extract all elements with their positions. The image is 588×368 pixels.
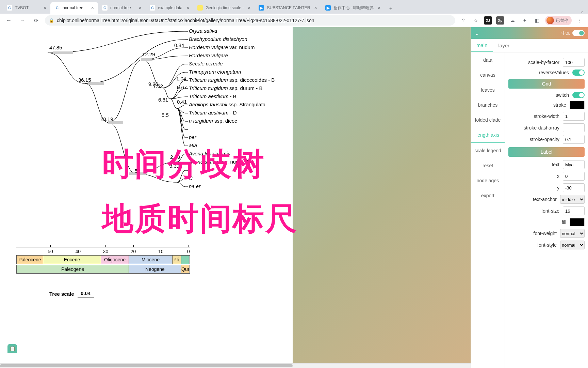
axis-tick-label: 30	[103, 249, 109, 254]
tab-list-icon[interactable]: ⌄	[580, 8, 584, 14]
panel-subnav: datacanvasleavesbranchesfolded cladeleng…	[471, 52, 505, 368]
subnav-data[interactable]: data	[471, 52, 505, 67]
grid-stroke-color[interactable]	[570, 101, 585, 109]
grid-stroke-width-input[interactable]	[563, 112, 585, 121]
horizontal-scrollbar[interactable]	[0, 363, 471, 368]
species-label: na er	[189, 183, 201, 189]
url-input[interactable]: 🔒 chiplot.online/normalTree.html?origina…	[45, 15, 455, 26]
font-size-input[interactable]	[563, 206, 585, 215]
side-panel: ⌄ 中文 main layer datacanvasleavesbranches…	[471, 27, 588, 368]
species-label: Avena longiglumis	[189, 151, 230, 156]
epoch-cell	[181, 256, 189, 264]
subnav-canvas[interactable]: canvas	[471, 67, 505, 82]
browser-tab[interactable]: ▶创作中心 - 哔哩哔哩弹×	[321, 2, 385, 14]
subnav-scale-legend[interactable]: scale legend	[471, 143, 505, 158]
browser-tab[interactable]: Cnormal tree×	[50, 2, 98, 14]
bookmark-icon[interactable]: ☆	[472, 16, 480, 25]
axis-tick	[161, 245, 161, 247]
close-icon[interactable]: ×	[44, 5, 46, 11]
reload-button[interactable]: ⟳	[31, 16, 41, 25]
close-icon[interactable]: ×	[139, 5, 142, 11]
node-age-label: 3.39	[169, 163, 179, 169]
reverse-values-toggle[interactable]	[572, 70, 585, 76]
bottom-left-tab[interactable]: 📋	[7, 344, 17, 353]
reverse-values-label: reverseValues	[539, 70, 569, 75]
node-age-label: 0.41	[177, 99, 187, 105]
label-text-label: text	[552, 162, 559, 167]
period-cell: Neogene	[129, 265, 181, 273]
phylo-tree: 47.8536.1528.1912.299.207.626.615.52.833…	[0, 27, 306, 245]
scale-by-factor-input[interactable]	[563, 58, 585, 67]
profile-button[interactable]: 已暂停	[545, 16, 572, 25]
node-age-label: 7.62	[153, 83, 163, 89]
lang-toggle[interactable]	[572, 30, 585, 36]
font-style-label: font-style	[537, 242, 557, 248]
grid-switch-label: switch	[556, 92, 569, 98]
close-icon[interactable]: ×	[248, 5, 250, 11]
address-bar: ← → ⟳ 🔒 chiplot.online/normalTree.html?o…	[0, 14, 588, 27]
grid-opacity-input[interactable]	[563, 135, 585, 144]
extension-icon-1[interactable]: XJ	[484, 16, 492, 25]
epoch-cell: Pli.	[173, 256, 181, 264]
axis-tick	[133, 245, 134, 247]
subnav-length-axis[interactable]: length axis	[471, 127, 505, 143]
grid-stroke-width-label: stroke-width	[534, 113, 559, 119]
axis-tick-label: 0	[187, 249, 190, 254]
font-weight-select[interactable]: normal	[560, 229, 585, 238]
label-x-input[interactable]	[563, 172, 585, 181]
grid-dasharray-input[interactable]	[563, 123, 585, 132]
font-style-select[interactable]: normal	[560, 241, 585, 249]
axis-tick-label: 50	[48, 249, 53, 254]
close-icon[interactable]: ×	[186, 5, 189, 11]
forward-button[interactable]: →	[18, 16, 27, 25]
axis-tick	[78, 245, 78, 247]
species-label: Hordeum vulgare	[189, 52, 228, 58]
tree-scale-legend: Tree scale 0.04	[49, 290, 94, 297]
node-age-label: 58	[135, 168, 141, 174]
tab-layer[interactable]: layer	[493, 39, 515, 52]
epoch-cell: Paleocene	[17, 256, 43, 264]
grid-switch-toggle[interactable]	[572, 92, 585, 98]
species-label: Thinopyrum elongatum	[189, 69, 241, 75]
close-icon[interactable]: ×	[91, 5, 94, 11]
browser-tab[interactable]: Cexample data×	[146, 2, 193, 14]
subnav-export[interactable]: export	[471, 188, 505, 203]
side-panel-icon[interactable]: ◧	[533, 16, 541, 25]
species-label: Secale cereale	[189, 61, 223, 66]
fill-label: fill	[562, 219, 566, 225]
browser-tab[interactable]: Cnormal tree×	[98, 2, 146, 14]
tab-main[interactable]: main	[471, 39, 493, 52]
canvas-area[interactable]: 47.8536.1528.1912.299.207.626.615.52.833…	[0, 27, 471, 368]
kebab-menu-icon[interactable]: ⋮	[576, 16, 584, 25]
grid-section-header: Grid	[508, 79, 585, 89]
browser-tab[interactable]: Geologic time scale -×	[193, 2, 255, 14]
timescale-epochs: PaleoceneEoceneOligoceneMiocenePli.	[16, 255, 190, 264]
label-text-input[interactable]	[563, 160, 585, 169]
subnav-folded-clade[interactable]: folded clade	[471, 112, 505, 127]
panel-tabs: main layer	[471, 39, 588, 52]
subnav-branches[interactable]: branches	[471, 97, 505, 112]
extension-icon-2[interactable]: Xp	[496, 16, 504, 25]
period-cell: Paleogene	[17, 265, 129, 273]
browser-tab[interactable]: ▶SUBSTANCE PAINTER×	[255, 2, 321, 14]
extensions-puzzle-icon[interactable]: ✦	[521, 16, 529, 25]
axis-tick	[189, 245, 189, 247]
text-anchor-select[interactable]: middle	[560, 195, 585, 204]
close-icon[interactable]: ×	[378, 5, 380, 11]
new-tab-button[interactable]: +	[386, 4, 395, 14]
share-icon[interactable]: ⇧	[459, 16, 468, 25]
close-icon[interactable]: ×	[314, 5, 317, 11]
subnav-leaves[interactable]: leaves	[471, 82, 505, 97]
browser-chrome: CTVBOT×Cnormal tree×Cnormal tree×Cexampl…	[0, 0, 588, 27]
subnav-node-ages[interactable]: node ages	[471, 173, 505, 188]
species-label: Brachypodium distachyon	[189, 36, 247, 42]
subnav-reset[interactable]: reset	[471, 158, 505, 173]
label-y-input[interactable]	[563, 183, 585, 192]
browser-tab[interactable]: CTVBOT×	[3, 2, 50, 14]
species-label: Triticum turgidum ssp. durum - B	[189, 85, 262, 91]
node-age-label: 28.19	[100, 116, 113, 122]
fill-color[interactable]	[570, 218, 585, 226]
back-button[interactable]: ←	[4, 16, 14, 25]
extension-icon-3[interactable]: ☁	[508, 16, 517, 25]
chevron-down-icon[interactable]: ⌄	[474, 29, 479, 37]
